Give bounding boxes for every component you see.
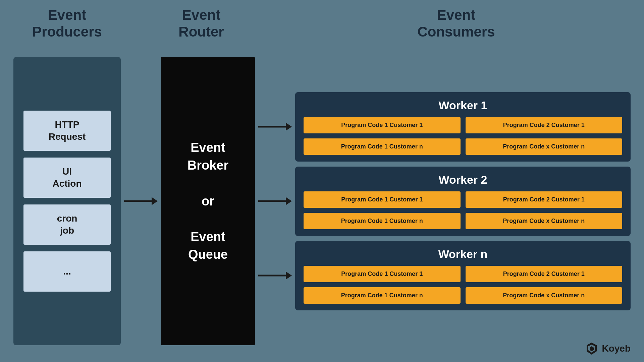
worker2-row: Worker 2 Program Code 1 Customer 1 Progr… bbox=[255, 167, 631, 236]
koyeb-brand-name: Koyeb bbox=[602, 343, 631, 354]
worker1-title: Worker 1 bbox=[304, 99, 622, 112]
worker1-prog4: Program Code x Customer n bbox=[466, 138, 623, 155]
producer-http: HTTPRequest bbox=[23, 111, 111, 151]
arrow-to-router bbox=[121, 198, 161, 204]
producers-header: EventProducers bbox=[13, 7, 121, 41]
consumers-header: EventConsumers bbox=[282, 7, 631, 41]
arrow-right-w2-icon bbox=[258, 198, 292, 204]
worker2-prog3: Program Code 1 Customer n bbox=[304, 213, 461, 229]
producer-cron-label: cronjob bbox=[57, 213, 77, 237]
worker2-prog4: Program Code x Customer n bbox=[466, 213, 623, 229]
arrow-right-icon bbox=[124, 198, 158, 204]
workern-prog3: Program Code 1 Customer n bbox=[304, 287, 461, 304]
koyeb-logo-icon bbox=[585, 342, 598, 355]
producer-dots: ... bbox=[23, 251, 111, 292]
worker1-prog1: Program Code 1 Customer 1 bbox=[304, 117, 461, 133]
worker2-row1: Program Code 1 Customer 1 Program Code 2… bbox=[304, 191, 622, 208]
worker1-row: Worker 1 Program Code 1 Customer 1 Progr… bbox=[255, 92, 631, 162]
worker2-prog1: Program Code 1 Customer 1 bbox=[304, 191, 461, 208]
workern-prog1: Program Code 1 Customer 1 bbox=[304, 266, 461, 282]
worker2-row2: Program Code 1 Customer n Program Code x… bbox=[304, 213, 622, 229]
arrow-right-w1-icon bbox=[258, 123, 292, 130]
worker1-box: Worker 1 Program Code 1 Customer 1 Progr… bbox=[295, 92, 631, 162]
workern-box: Worker n Program Code 1 Customer 1 Progr… bbox=[295, 241, 631, 310]
arrow-to-worker1 bbox=[255, 123, 295, 130]
workern-row1: Program Code 1 Customer 1 Program Code 2… bbox=[304, 266, 622, 282]
workern-prog2: Program Code 2 Customer 1 bbox=[466, 266, 623, 282]
producer-ui: UIAction bbox=[23, 158, 111, 198]
router-header-text: EventRouter bbox=[178, 7, 224, 41]
worker2-title: Worker 2 bbox=[304, 173, 622, 186]
diagram-container: EventProducers EventRouter EventConsumer… bbox=[0, 0, 644, 362]
worker2-prog2: Program Code 2 Customer 1 bbox=[466, 191, 623, 208]
workern-prog4: Program Code x Customer n bbox=[466, 287, 623, 304]
worker1-prog3: Program Code 1 Customer n bbox=[304, 138, 461, 155]
router-text: EventBrokerorEventQueue bbox=[187, 139, 229, 263]
producers-column: HTTPRequest UIAction cronjob ... bbox=[13, 57, 121, 345]
worker2-box: Worker 2 Program Code 1 Customer 1 Progr… bbox=[295, 167, 631, 236]
workern-row: Worker n Program Code 1 Customer 1 Progr… bbox=[255, 241, 631, 310]
worker1-row2: Program Code 1 Customer n Program Code x… bbox=[304, 138, 622, 155]
worker1-prog2: Program Code 2 Customer 1 bbox=[466, 117, 623, 133]
workern-row2: Program Code 1 Customer n Program Code x… bbox=[304, 287, 622, 304]
main-content: HTTPRequest UIAction cronjob ... EventBr… bbox=[13, 47, 631, 355]
producer-dots-label: ... bbox=[63, 265, 71, 278]
producers-header-text: EventProducers bbox=[32, 7, 102, 41]
arrow-right-wn-icon bbox=[258, 272, 292, 279]
producer-cron: cronjob bbox=[23, 204, 111, 245]
worker1-row1: Program Code 1 Customer 1 Program Code 2… bbox=[304, 117, 622, 133]
producer-http-label: HTTPRequest bbox=[49, 119, 86, 143]
headers-row: EventProducers EventRouter EventConsumer… bbox=[13, 7, 631, 41]
workern-title: Worker n bbox=[304, 248, 622, 261]
arrow-to-workern bbox=[255, 272, 295, 279]
router-column: EventBrokerorEventQueue bbox=[161, 57, 255, 345]
consumers-header-text: EventConsumers bbox=[417, 7, 495, 41]
router-header: EventRouter bbox=[148, 7, 255, 41]
consumers-section: Worker 1 Program Code 1 Customer 1 Progr… bbox=[255, 57, 631, 345]
koyeb-branding: Koyeb bbox=[585, 342, 631, 355]
producer-ui-label: UIAction bbox=[52, 166, 82, 190]
arrow-to-worker2 bbox=[255, 198, 295, 204]
